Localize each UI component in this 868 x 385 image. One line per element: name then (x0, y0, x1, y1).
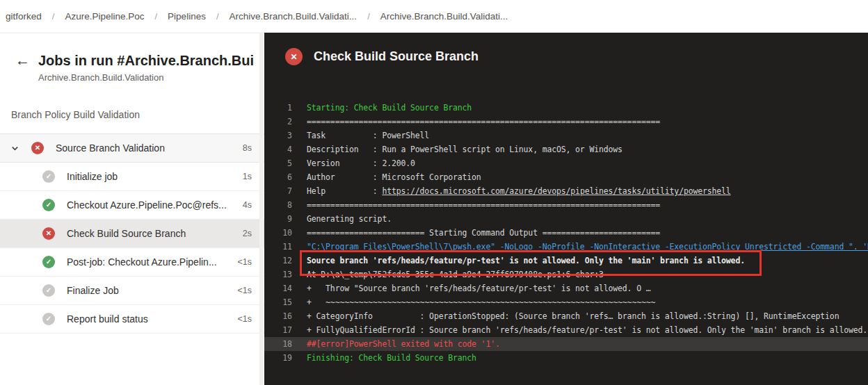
job-list: ✕Source Branch Validation8s✓Initialize j… (0, 133, 264, 334)
log-line: 13At D:\a\_temp\752fcde5-355c-4a1d-a9e4-… (264, 268, 868, 281)
log-text-wrap: Starting: Check Build Source Branch (307, 103, 472, 113)
job-duration: <1s (237, 314, 252, 324)
stage-section-label: Branch Policy Build Validation (11, 109, 264, 120)
breadcrumb-item[interactable]: Archive.Branch.Build.Validati... (376, 11, 513, 22)
log-text: + FullyQualifiedErrorId : Source branch … (307, 325, 867, 335)
line-number: 8 (264, 200, 292, 210)
error-icon: ✕ (31, 142, 44, 154)
line-number: 13 (264, 270, 292, 279)
job-duration: <1s (237, 286, 252, 295)
line-number: 2 (264, 117, 292, 126)
log-text: ##[error]PowerShell exited with code '1'… (307, 339, 500, 349)
log-text-wrap: Description : Run a PowerShell script on… (307, 145, 622, 154)
skipped-icon: ✓ (42, 284, 55, 297)
error-icon: ✕ (285, 48, 303, 65)
log-text: + CategoryInfo : OperationStopped: (Sour… (307, 311, 839, 321)
page-title: Jobs in run #Archive.Branch.Buil... (38, 51, 255, 69)
log-text-wrap: Help : https://docs.microsoft.com/azure/… (307, 186, 731, 196)
log-text: At D:\a\_temp\752fcde5-355c-4a1d-a9e4-27… (307, 270, 604, 279)
job-row[interactable]: ✓Report build status<1s (0, 305, 264, 334)
success-icon: ✓ (42, 199, 55, 211)
log-line: 15+ ~~~~~~~~~~~~~~~~~~~~~~~~~~~~~~~~~~~~… (264, 295, 868, 309)
log-text: Description : Run a PowerShell script on… (307, 145, 622, 154)
sidebar-header: ← Jobs in run #Archive.Branch.Buil... Ar… (0, 33, 264, 83)
line-number: 16 (264, 311, 292, 321)
log-line: 19Finishing: Check Build Source Branch (264, 351, 868, 365)
log-line: 1Starting: Check Build Source Branch (264, 101, 868, 115)
job-row[interactable]: ✕Source Branch Validation8s (0, 133, 264, 163)
help-link[interactable]: https://docs.microsoft.com/azure/devops/… (382, 186, 730, 196)
line-number: 15 (264, 297, 292, 307)
log-text-wrap: Generating script. (307, 214, 392, 224)
back-arrow-icon[interactable]: ← (15, 51, 33, 69)
log-line: 11"C:\Program Files\PowerShell\7\pwsh.ex… (264, 240, 868, 254)
sidebar-scrollbar[interactable] (259, 33, 264, 385)
skipped-icon: ✓ (42, 313, 55, 325)
log-line: 2=======================================… (264, 115, 868, 129)
breadcrumb-separator: / (46, 11, 61, 22)
line-number: 4 (264, 145, 292, 154)
log-panel: ✕ Check Build Source Branch 1Starting: C… (264, 33, 868, 385)
log-text: Help : (307, 186, 382, 196)
log-text: Version : 2.200.0 (307, 158, 415, 168)
log-text: ========================= Starting Comma… (307, 228, 660, 238)
log-line: 16+ CategoryInfo : OperationStopped: (So… (264, 309, 868, 323)
log-text: ========================================… (307, 117, 660, 126)
job-row[interactable]: ✓Finalize Job<1s (0, 277, 264, 305)
log-line: 17+ FullyQualifiedErrorId : Source branc… (264, 323, 868, 337)
line-number: 17 (264, 325, 292, 335)
log-line: 18##[error]PowerShell exited with code '… (264, 337, 868, 351)
log-text-wrap: Author : Microsoft Corporation (307, 172, 481, 182)
line-number: 1 (264, 103, 292, 113)
breadcrumb: gitforked/Azure.Pipeline.Poc/Pipelines/A… (0, 0, 868, 33)
breadcrumb-item[interactable]: Pipelines (163, 11, 210, 22)
job-duration: 2s (243, 229, 252, 238)
log-text: Generating script. (307, 214, 392, 224)
log-text-wrap: Task : PowerShell (307, 131, 429, 140)
log-text-wrap: At D:\a\_temp\752fcde5-355c-4a1d-a9e4-27… (307, 270, 604, 279)
log-line: 3Task : PowerShell (264, 129, 868, 142)
log-line: 6Author : Microsoft Corporation (264, 170, 868, 184)
log-line: 7Help : https://docs.microsoft.com/azure… (264, 184, 868, 198)
job-row[interactable]: ✕Check Build Source Branch2s (0, 220, 264, 248)
log-text: Task : PowerShell (307, 131, 429, 140)
breadcrumb-item[interactable]: Azure.Pipeline.Poc (61, 11, 148, 22)
line-number: 19 (264, 353, 292, 363)
job-label: Check Build Source Branch (67, 228, 237, 239)
job-label: Finalize Job (67, 285, 232, 296)
breadcrumb-separator: / (148, 11, 163, 22)
log-text-wrap: Version : 2.200.0 (307, 158, 415, 168)
log-text-wrap: Source branch 'refs/heads/feature/pr-tes… (307, 256, 745, 265)
log-text-wrap: + CategoryInfo : OperationStopped: (Sour… (307, 311, 839, 321)
line-number: 3 (264, 131, 292, 140)
line-number: 5 (264, 158, 292, 168)
log-line: 9Generating script. (264, 212, 868, 226)
log-text: + ~~~~~~~~~~~~~~~~~~~~~~~~~~~~~~~~~~~~~~… (307, 297, 655, 307)
line-number: 10 (264, 228, 292, 238)
log-line: 10========================= Starting Com… (264, 226, 868, 240)
job-row[interactable]: ✓Post-job: Checkout Azure.Pipelin...<1s (0, 248, 264, 277)
log-text-wrap: "C:\Program Files\PowerShell\7\pwsh.exe"… (307, 242, 868, 252)
breadcrumb-item[interactable]: gitforked (1, 11, 46, 22)
job-label: Initialize job (67, 171, 237, 182)
job-row[interactable]: ✓Initialize job1s (0, 163, 264, 191)
job-row[interactable]: ✓Checkout Azure.Pipeline.Poc@refs...4s (0, 191, 264, 220)
job-duration: 4s (243, 200, 252, 210)
log-line: 5Version : 2.200.0 (264, 156, 868, 170)
log-line: 12Source branch 'refs/heads/feature/pr-t… (264, 254, 868, 268)
job-duration: <1s (237, 257, 252, 267)
log-lines: 1Starting: Check Build Source Branch2===… (264, 101, 868, 365)
log-header: ✕ Check Build Source Branch (264, 33, 868, 65)
log-text-wrap: + FullyQualifiedErrorId : Source branch … (307, 325, 867, 335)
skipped-icon: ✓ (42, 170, 55, 183)
command-link[interactable]: "C:\Program Files\PowerShell\7\pwsh.exe"… (307, 242, 868, 252)
log-text-wrap: + ~~~~~~~~~~~~~~~~~~~~~~~~~~~~~~~~~~~~~~… (307, 297, 655, 307)
log-text-wrap: ========================= Starting Comma… (307, 228, 660, 238)
log-text: Starting: Check Build Source Branch (307, 103, 472, 113)
breadcrumb-item[interactable]: Archive.Branch.Build.Validati... (225, 11, 362, 22)
chevron-down-icon[interactable] (10, 143, 22, 153)
error-icon: ✕ (42, 227, 55, 240)
log-text: ========================================… (307, 200, 660, 210)
line-number: 9 (264, 214, 292, 224)
page-subtitle: Archive.Branch.Build.Validation (38, 72, 255, 83)
